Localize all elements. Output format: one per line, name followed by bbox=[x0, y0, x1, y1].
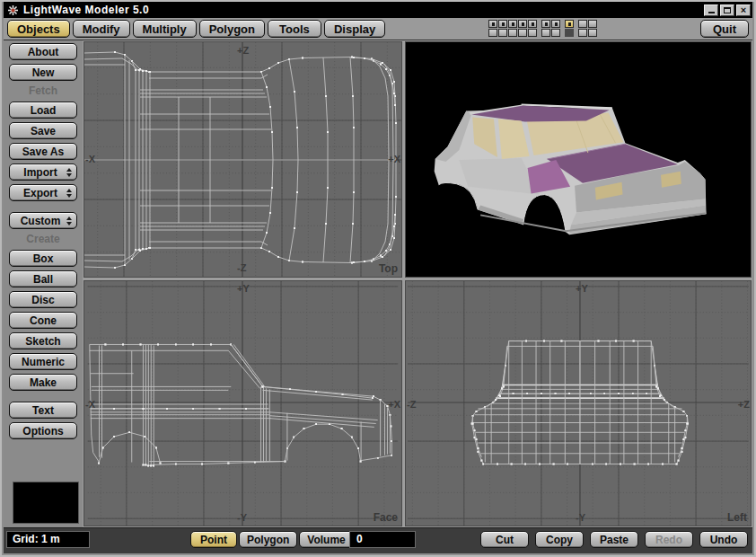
quit-button[interactable]: Quit bbox=[700, 20, 749, 38]
sidebar-item-save[interactable]: Save bbox=[9, 122, 77, 139]
action-button-redo: Redo bbox=[645, 531, 693, 548]
close-button[interactable]: × bbox=[736, 4, 751, 16]
viewport-name-left: Left bbox=[727, 511, 747, 524]
viewport-preview[interactable] bbox=[405, 41, 752, 278]
menu-item-multiply[interactable]: Multiply bbox=[133, 20, 197, 38]
axis-label-top: +Y bbox=[237, 284, 250, 294]
sidebar-item-import[interactable]: Import bbox=[9, 164, 77, 181]
viewport-left[interactable]: +Y -Y -Z +Z Left bbox=[405, 280, 752, 526]
selection-mode-buttons: PointPolygonVolume bbox=[190, 531, 354, 548]
title-bar: LightWave Modeler 5.0 × bbox=[4, 2, 752, 18]
lightwave-logo-icon bbox=[7, 4, 19, 16]
axis-label-top: +Z bbox=[237, 46, 249, 56]
mode-button-polygon[interactable]: Polygon bbox=[239, 531, 297, 548]
face-view-wireframe bbox=[84, 281, 401, 526]
viewport-name-top: Top bbox=[379, 262, 398, 275]
sidebar-item-export[interactable]: Export bbox=[9, 184, 77, 201]
axis-label-left: -X bbox=[85, 155, 95, 164]
sidebar-spacer bbox=[4, 205, 83, 212]
sidebar-item-about[interactable]: About bbox=[9, 43, 77, 60]
dropdown-arrows-icon bbox=[66, 167, 73, 178]
sidebar-item-new[interactable]: New bbox=[9, 64, 77, 81]
window-title: LightWave Modeler 5.0 bbox=[23, 4, 149, 16]
preset-layout-button-top-5[interactable] bbox=[528, 20, 537, 28]
left-view-wireframe bbox=[406, 281, 751, 526]
mode-button-point[interactable]: Point bbox=[190, 531, 237, 548]
top-view-wireframe bbox=[84, 42, 401, 277]
sidebar-item-box[interactable]: Box bbox=[9, 250, 77, 267]
preset-layout-button-bottom-2[interactable] bbox=[498, 29, 507, 37]
axis-label-bottom: -Z bbox=[237, 263, 246, 273]
selection-count: 0 bbox=[349, 531, 416, 548]
preset-layout-button-top-2[interactable] bbox=[498, 20, 507, 28]
viewport-area: +Z -Z -X +X Top bbox=[83, 40, 752, 527]
sidebar-label-fetch: Fetch bbox=[9, 84, 77, 98]
axis-label-right: +Z bbox=[738, 400, 750, 410]
preset-layout-button-top-6[interactable] bbox=[541, 20, 550, 28]
menu-item-objects[interactable]: Objects bbox=[7, 20, 70, 38]
minimize-icon bbox=[708, 12, 715, 13]
menu-bar: ObjectsModifyMultiplyPolygonToolsDisplay… bbox=[4, 18, 752, 40]
preview-render-car bbox=[406, 42, 751, 277]
action-button-paste[interactable]: Paste bbox=[590, 531, 638, 548]
axis-label-right: +X bbox=[388, 400, 400, 410]
sidebar-item-make[interactable]: Make bbox=[9, 374, 77, 391]
preset-layout-button-top-4[interactable] bbox=[518, 20, 527, 28]
menu-items: ObjectsModifyMultiplyPolygonToolsDisplay bbox=[7, 20, 388, 38]
maximize-button[interactable] bbox=[720, 4, 734, 16]
sidebar-item-numeric[interactable]: Numeric bbox=[9, 353, 77, 370]
menu-item-polygon[interactable]: Polygon bbox=[199, 20, 265, 38]
preset-layout-button-bottom-4[interactable] bbox=[518, 29, 527, 37]
menu-item-tools[interactable]: Tools bbox=[268, 20, 321, 38]
sidebar-label-create: Create bbox=[9, 233, 77, 246]
sidebar-item-custom[interactable]: Custom bbox=[9, 212, 77, 229]
preset-layout-button-bottom-5[interactable] bbox=[528, 29, 537, 37]
sidebar-item-ball[interactable]: Ball bbox=[9, 270, 77, 287]
sidebar-item-load[interactable]: Load bbox=[9, 102, 77, 119]
lightwave-modeler-window: LightWave Modeler 5.0 × ObjectsModifyMul… bbox=[0, 0, 756, 557]
menu-item-modify[interactable]: Modify bbox=[73, 20, 130, 38]
sidebar-item-options[interactable]: Options bbox=[9, 422, 77, 439]
mode-button-volume[interactable]: Volume bbox=[299, 531, 353, 548]
minimize-button[interactable] bbox=[704, 4, 718, 16]
sidebar: AboutNewFetchLoadSaveSave AsImportExport… bbox=[4, 40, 83, 527]
preset-layout-button-top-7[interactable] bbox=[551, 20, 560, 28]
preset-layout-button-top-3[interactable] bbox=[508, 20, 517, 28]
sidebar-item-cone[interactable]: Cone bbox=[9, 312, 77, 329]
preset-layout-button-bottom-3[interactable] bbox=[508, 29, 517, 37]
preset-layout-button-bottom-1[interactable] bbox=[488, 29, 497, 37]
action-button-undo[interactable]: Undo bbox=[699, 531, 748, 548]
axis-label-left: -Z bbox=[407, 400, 416, 410]
sidebar-item-sketch[interactable]: Sketch bbox=[9, 332, 77, 349]
viewport-top[interactable]: +Z -Z -X +X Top bbox=[84, 41, 402, 278]
axis-label-left: -X bbox=[85, 400, 95, 410]
viewport-face[interactable]: +Y -Y -X +X Face bbox=[84, 280, 402, 526]
sidebar-item-text[interactable]: Text bbox=[9, 402, 77, 419]
preset-layout-button-top-10[interactable] bbox=[588, 20, 597, 28]
viewport-name-face: Face bbox=[374, 511, 398, 524]
preset-layout-button-top-8[interactable] bbox=[565, 20, 574, 28]
maximize-icon bbox=[724, 7, 731, 13]
preset-layout-button-bottom-10[interactable] bbox=[588, 29, 597, 37]
axis-label-bottom: -Y bbox=[576, 513, 585, 523]
sidebar-preview-box bbox=[13, 482, 79, 524]
action-button-copy[interactable]: Copy bbox=[535, 531, 584, 548]
preset-toolbar bbox=[488, 20, 598, 37]
status-bar: Grid: 1 m PointPolygonVolume 0 CutCopyPa… bbox=[4, 527, 752, 553]
preset-layout-gap bbox=[565, 29, 574, 37]
preset-layout-button-bottom-6[interactable] bbox=[541, 29, 550, 37]
menu-item-display[interactable]: Display bbox=[324, 20, 385, 38]
preset-layout-button-top-1[interactable] bbox=[488, 20, 497, 28]
dropdown-arrows-icon bbox=[66, 216, 73, 226]
sidebar-item-save-as[interactable]: Save As bbox=[9, 143, 77, 160]
axis-label-top: +Y bbox=[576, 284, 588, 294]
grid-size-readout: Grid: 1 m bbox=[6, 531, 90, 548]
axis-label-right: +X bbox=[388, 155, 400, 164]
action-button-cut[interactable]: Cut bbox=[480, 531, 529, 548]
dropdown-arrows-icon bbox=[66, 188, 73, 199]
sidebar-item-disc[interactable]: Disc bbox=[9, 291, 77, 308]
preset-layout-button-bottom-9[interactable] bbox=[578, 29, 587, 37]
preset-layout-button-top-9[interactable] bbox=[578, 20, 587, 28]
preset-layout-button-bottom-7[interactable] bbox=[551, 29, 560, 37]
edit-action-buttons: CutCopyPasteRedoUndo bbox=[480, 531, 748, 548]
